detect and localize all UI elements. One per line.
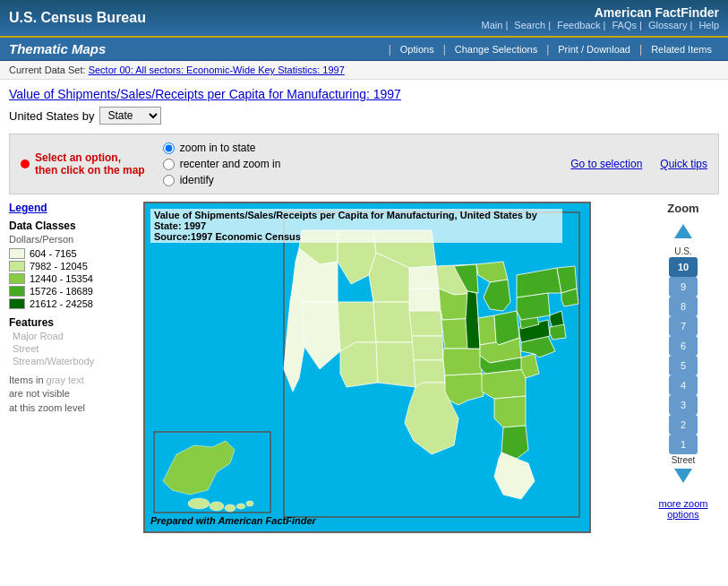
feedback-link[interactable]: Feedback: [557, 20, 600, 30]
identify-label: identify: [180, 174, 214, 186]
svg-marker-53: [674, 224, 692, 238]
gray-text-span: gray text: [47, 375, 84, 385]
feature-stream: Stream/Waterbody: [9, 356, 134, 366]
svg-marker-29: [443, 349, 482, 375]
search-link[interactable]: Search: [514, 20, 545, 30]
page-header: U.S. Census Bureau American FactFinder M…: [0, 0, 728, 38]
faqs-link[interactable]: FAQs: [612, 20, 637, 30]
zoom-level-1[interactable]: 1: [669, 435, 698, 454]
zoom-level-9[interactable]: 9: [669, 277, 698, 297]
feature-street: Street: [9, 343, 134, 354]
legend-range-1: 604 - 7165: [30, 248, 77, 259]
map-svg-container[interactable]: Value of Shipments/Sales/Receipts per Ca…: [143, 202, 591, 533]
legend-item-1: 604 - 7165: [9, 248, 134, 259]
related-items-btn[interactable]: Related Items: [644, 42, 719, 56]
map-footer-overlay: Prepared with American FactFinder: [150, 515, 316, 526]
legend-color-4: [9, 286, 25, 297]
geography-row: United States by State County Tract: [9, 107, 719, 125]
toolbar: Thematic Maps | Options | Change Selecti…: [0, 38, 728, 61]
help-link[interactable]: Help: [698, 20, 719, 30]
legend-item-5: 21612 - 24258: [9, 298, 134, 309]
red-dot-icon: [21, 159, 30, 168]
quicktips-link[interactable]: Quick tips: [660, 158, 707, 170]
svg-marker-35: [478, 315, 496, 345]
toolbar-page-title: Thematic Maps: [9, 41, 389, 56]
recenter-option: recenter and zoom in: [163, 158, 281, 170]
legend-item-2: 7982 - 12045: [9, 261, 134, 271]
zoom-title: Zoom: [667, 202, 698, 215]
legend-color-3: [9, 273, 25, 284]
svg-marker-23: [412, 336, 443, 360]
options-panel: Select an option, then click on the map …: [9, 134, 719, 194]
goto-selection-link[interactable]: Go to selection: [570, 158, 642, 170]
legend-color-2: [9, 261, 25, 271]
svg-point-4: [210, 502, 224, 511]
legend-item-4: 15726 - 18689: [9, 286, 134, 297]
toolbar-nav: | Options | Change Selections | Print / …: [389, 42, 719, 56]
legend-color-1: [9, 248, 25, 259]
svg-marker-39: [482, 369, 526, 399]
svg-point-3: [188, 498, 210, 509]
map-svg[interactable]: [145, 203, 591, 533]
radio-options: zoom in to state recenter and zoom in id…: [163, 142, 281, 186]
select-instruction: Select an option, then click on the map: [21, 151, 145, 177]
zoom-panel: Zoom U.S. 10 9 8 7 6 5 4 3 2 1 Street: [647, 202, 719, 533]
legend-title[interactable]: Legend: [9, 202, 134, 214]
zoom-state-radio[interactable]: [163, 142, 175, 154]
zoom-level-8[interactable]: 8: [669, 297, 698, 316]
zoom-level-4[interactable]: 4: [669, 375, 698, 395]
zoom-level-3[interactable]: 3: [669, 395, 698, 415]
svg-marker-20: [409, 266, 439, 289]
svg-marker-54: [674, 469, 692, 483]
glossary-link[interactable]: Glossary: [648, 20, 687, 30]
svg-point-5: [225, 504, 236, 512]
change-selections-btn[interactable]: Change Selections: [448, 42, 544, 56]
main-link[interactable]: Main: [482, 20, 503, 30]
map-title-overlay: Value of Shipments/Sales/Receipts per Ca…: [150, 209, 562, 243]
legend-range-5: 21612 - 24258: [30, 298, 93, 309]
gray-text-note: Items in gray textare not visibleat this…: [9, 374, 134, 415]
zoom-level-5[interactable]: 5: [669, 356, 698, 375]
zoom-us-label: U.S.: [674, 246, 691, 256]
options-btn[interactable]: Options: [393, 42, 441, 56]
svg-point-6: [236, 504, 245, 509]
map-container: Legend Data Classes Dollars/Person 604 -…: [9, 202, 719, 533]
zoom-level-7[interactable]: 7: [669, 316, 698, 336]
header-right: American FactFinder Main | Search | Feed…: [478, 5, 719, 30]
print-download-btn[interactable]: Print / Download: [551, 42, 638, 56]
zoom-level-10[interactable]: 10: [669, 257, 698, 277]
instruction-line1: Select an option,: [35, 151, 145, 164]
zoom-level-6[interactable]: 6: [669, 336, 698, 356]
identify-radio[interactable]: [163, 175, 175, 186]
svg-point-7: [246, 501, 253, 506]
recenter-label: recenter and zoom in: [180, 158, 281, 170]
zoom-out-btn[interactable]: [669, 465, 698, 491]
site-title: U.S. Census Bureau: [9, 10, 146, 26]
site-logo: American FactFinder: [478, 5, 719, 20]
svg-marker-21: [409, 289, 441, 311]
feature-major-road: Major Road: [9, 331, 134, 341]
svg-marker-18: [373, 302, 414, 342]
zoom-level-2[interactable]: 2: [669, 415, 698, 435]
map-title-container: Value of Shipments/Sales/Receipts per Ca…: [9, 87, 719, 101]
legend-color-5: [9, 298, 25, 309]
zoom-state-option: zoom in to state: [163, 142, 281, 154]
dataset-link[interactable]: Sector 00: All sectors: Economic-Wide Ke…: [89, 65, 345, 75]
main-content: Value of Shipments/Sales/Receipts per Ca…: [0, 80, 728, 540]
svg-marker-17: [340, 342, 378, 387]
identify-option: identify: [163, 174, 281, 186]
svg-marker-19: [376, 342, 415, 387]
more-zoom-link[interactable]: more zoom options: [658, 498, 707, 520]
dataset-label: Current Data Set:: [9, 65, 86, 75]
geography-select[interactable]: State County Tract: [99, 107, 161, 125]
geography-label: United States by: [9, 109, 94, 123]
zoom-in-btn[interactable]: [669, 220, 698, 246]
legend-range-4: 15726 - 18689: [30, 286, 93, 297]
instruction-line2: then click on the map: [35, 164, 145, 177]
map-title-link[interactable]: Value of Shipments/Sales/Receipts per Ca…: [9, 87, 401, 101]
legend: Legend Data Classes Dollars/Person 604 -…: [9, 202, 134, 533]
data-classes-title: Data Classes: [9, 220, 134, 232]
svg-marker-40: [494, 396, 526, 427]
legend-range-2: 7982 - 12045: [30, 261, 88, 271]
recenter-radio[interactable]: [163, 159, 175, 170]
